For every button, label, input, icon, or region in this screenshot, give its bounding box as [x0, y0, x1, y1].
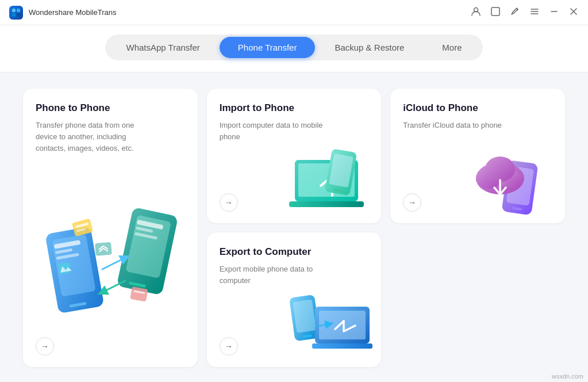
card-icloud-title: iCloud to Phone	[403, 102, 552, 114]
svg-rect-3	[17, 13, 20, 17]
profile-icon[interactable]	[471, 6, 481, 18]
card-phone-to-phone[interactable]: Phone to Phone Transfer phone data from …	[23, 89, 198, 367]
menu-icon[interactable]	[529, 6, 540, 18]
titlebar-controls	[471, 6, 579, 18]
main-content: Phone to Phone Transfer phone data from …	[0, 72, 588, 382]
icloud-illustration	[468, 143, 560, 217]
card-phone-to-phone-desc: Transfer phone data from one device to a…	[36, 120, 151, 154]
app-icon	[9, 6, 23, 20]
edit-icon[interactable]	[510, 6, 520, 18]
app-title: Wondershare MobileTrans	[29, 8, 116, 17]
svg-rect-2	[12, 13, 16, 17]
import-illustration	[283, 143, 375, 217]
tab-phone[interactable]: Phone Transfer	[220, 37, 316, 58]
watermark: wsxdn.com	[552, 373, 583, 380]
card-export-title: Export to Computer	[220, 246, 369, 258]
card-export-to-computer[interactable]: Export to Computer Export mobile phone d…	[207, 232, 382, 367]
svg-rect-28	[289, 201, 364, 207]
cards-grid: Phone to Phone Transfer phone data from …	[23, 89, 565, 367]
nav-bar: WhatsApp Transfer Phone Transfer Backup …	[0, 25, 588, 72]
nav-tabs: WhatsApp Transfer Phone Transfer Backup …	[105, 35, 482, 60]
card-import-arrow[interactable]: →	[220, 193, 238, 212]
svg-rect-5	[491, 7, 499, 16]
card-icloud-arrow[interactable]: →	[403, 193, 421, 212]
titlebar: Wondershare MobileTrans	[0, 0, 588, 25]
titlebar-left: Wondershare MobileTrans	[9, 6, 116, 20]
card-icloud-to-phone[interactable]: iCloud to Phone Transfer iCloud data to …	[390, 89, 565, 223]
phone-to-phone-illustration	[40, 194, 192, 356]
svg-point-38	[485, 156, 515, 182]
card-icloud-desc: Transfer iCloud data to phone	[403, 120, 518, 131]
card-phone-to-phone-title: Phone to Phone	[36, 102, 185, 114]
svg-rect-1	[17, 9, 20, 12]
card-phone-to-phone-arrow[interactable]: →	[36, 337, 54, 356]
export-illustration	[283, 292, 375, 361]
close-icon[interactable]	[568, 6, 579, 18]
tab-whatsapp[interactable]: WhatsApp Transfer	[107, 37, 218, 58]
tab-more[interactable]: More	[424, 37, 480, 58]
card-import-to-phone[interactable]: Import to Phone Import computer data to …	[207, 89, 382, 223]
card-export-arrow[interactable]: →	[220, 337, 238, 356]
minimize-icon[interactable]	[549, 6, 559, 18]
svg-rect-44	[312, 343, 372, 349]
card-import-title: Import to Phone	[220, 102, 369, 114]
window-icon[interactable]	[490, 6, 501, 18]
tab-backup[interactable]: Backup & Restore	[316, 37, 422, 58]
card-export-desc: Export mobile phone data to computer	[220, 263, 335, 286]
svg-rect-0	[12, 9, 16, 12]
card-import-desc: Import computer data to mobile phone	[220, 120, 335, 143]
